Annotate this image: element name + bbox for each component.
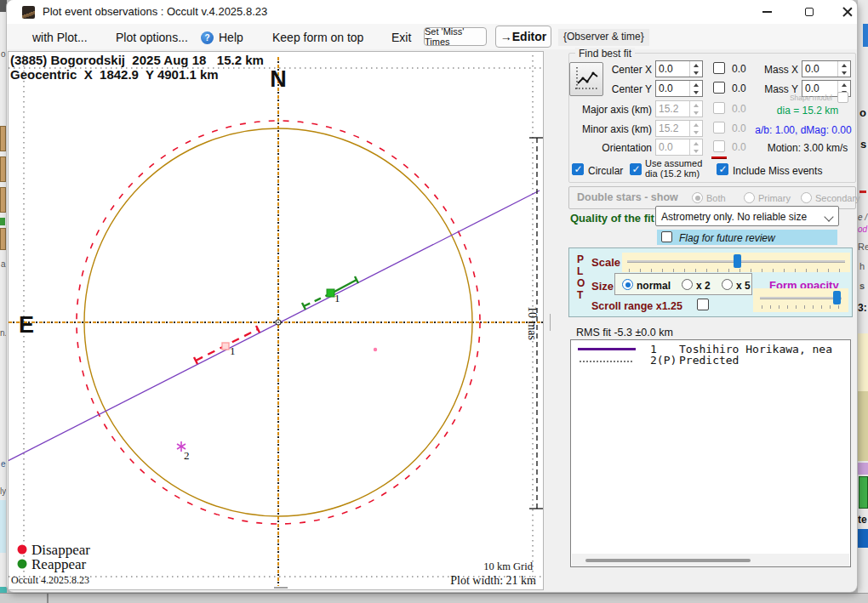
close-button[interactable] xyxy=(828,0,867,24)
predicted-line-swatch xyxy=(580,360,632,362)
occultation-plot-area[interactable]: (3885) Bogorodskij 2025 Aug 18 15.2 km G… xyxy=(8,51,544,590)
right-fragment-o: o xyxy=(859,106,866,119)
major-axis-aux: 0.0 xyxy=(732,103,746,115)
minor-axis-value: 15.2 xyxy=(659,122,678,134)
left-blue-block xyxy=(0,500,7,553)
north-label: N xyxy=(270,66,287,92)
size-x5-radio[interactable] xyxy=(722,279,733,290)
spin-down-icon xyxy=(690,147,702,155)
size-x5-label: x 5 xyxy=(736,280,751,292)
right-fragment-od: od xyxy=(858,225,867,234)
mass-x-value: 0.0 xyxy=(805,63,819,75)
center-y-value: 0.0 xyxy=(659,82,673,94)
main-window: Plot event observations : Occult v.4.202… xyxy=(7,0,857,592)
double-stars-both-radio[interactable] xyxy=(692,192,703,203)
double-stars-secondary-radio[interactable] xyxy=(801,192,812,203)
orientation-spinner: 0.0 xyxy=(655,139,703,156)
menu-plot-options[interactable]: Plot options... xyxy=(116,31,188,44)
menu-help[interactable]: Help xyxy=(219,31,243,44)
center-x-lock-checkbox[interactable] xyxy=(713,62,725,74)
plot-control-panel: P L O T Scale Size normal x 2 x 5 Form o… xyxy=(568,247,853,317)
spin-down-icon[interactable] xyxy=(690,88,702,96)
observation-row-num[interactable]: 2(P) xyxy=(650,354,677,367)
include-miss-label: Include Miss events xyxy=(733,165,822,177)
set-miss-times-button[interactable]: Set 'Miss' Times xyxy=(424,27,487,46)
maximize-button[interactable] xyxy=(790,0,829,24)
close-icon xyxy=(842,7,853,17)
left-tan-box xyxy=(0,126,6,151)
background-bottom-strip xyxy=(0,593,868,603)
center-y-spinner[interactable]: 0.0 xyxy=(655,80,703,97)
minimize-button[interactable] xyxy=(747,0,786,24)
right-fragment-e-slash: e / xyxy=(858,213,867,222)
right-blue-scroll xyxy=(863,24,868,47)
scale-slider-thumb[interactable] xyxy=(734,254,741,268)
bottom-divider-line xyxy=(47,594,49,603)
scroll-range-checkbox[interactable] xyxy=(697,299,709,310)
form-opacity-slider[interactable] xyxy=(753,288,848,312)
predicted-marker-label: 2 xyxy=(184,449,190,462)
observer-time-chip[interactable]: {Observer & time} xyxy=(558,29,649,46)
right-blue-block xyxy=(858,529,868,548)
center-x-spinner[interactable]: 0.0 xyxy=(655,60,703,77)
legend-reappear-dot xyxy=(18,560,27,569)
spin-up-icon xyxy=(690,101,702,109)
right-yellow-block xyxy=(858,333,868,391)
orientation-label: Orientation xyxy=(570,142,652,154)
right-fragment-re: Re xyxy=(858,242,868,252)
size-normal-radio[interactable] xyxy=(622,279,633,290)
include-miss-checkbox[interactable] xyxy=(717,163,728,175)
form-opacity-thumb[interactable] xyxy=(833,291,841,304)
double-stars-primary-radio[interactable] xyxy=(744,192,755,203)
rms-fit-label: RMS fit -5.3 ±0.0 km xyxy=(576,327,673,338)
spin-down-icon[interactable] xyxy=(838,69,850,77)
occultation-plot-svg: (3885) Bogorodskij 2025 Aug 18 15.2 km G… xyxy=(9,52,543,589)
center-y-lock-checkbox[interactable] xyxy=(713,82,725,94)
scrollbar-thumb[interactable] xyxy=(585,559,751,562)
observer-line-swatch xyxy=(578,348,636,350)
bottom-resize-grip[interactable] xyxy=(274,587,288,589)
spin-down-icon[interactable] xyxy=(690,69,702,77)
spin-down-icon xyxy=(690,109,702,117)
right-fragment-h: h xyxy=(859,261,865,271)
help-icon[interactable] xyxy=(201,31,214,44)
editor-button[interactable]: →Editor xyxy=(495,26,551,48)
center-x-aux: 0.0 xyxy=(732,63,746,75)
plot-letter-t: T xyxy=(577,289,583,301)
mass-x-spinner[interactable]: 0.0 xyxy=(802,60,851,77)
observation-row-name[interactable]: Predicted xyxy=(679,354,739,367)
menu-keep-on-top[interactable]: Keep form on top xyxy=(272,31,363,44)
quality-label: Quality of the fit xyxy=(570,212,654,225)
spin-up-icon[interactable] xyxy=(690,61,702,69)
circular-checkbox[interactable] xyxy=(572,163,584,175)
horizontal-scrollbar[interactable] xyxy=(572,554,849,566)
spin-up-icon[interactable] xyxy=(838,61,850,69)
quality-select[interactable]: Astrometry only. No reliable size xyxy=(655,206,839,226)
plot-width-label: Plot width: 21 km xyxy=(450,574,536,587)
plot-title-line1: (3885) Bogorodskij 2025 Aug 18 15.2 km xyxy=(10,53,264,67)
minor-axis-aux: 0.0 xyxy=(732,122,746,134)
disappear-uncertain-marker xyxy=(222,343,229,350)
size-normal-label: normal xyxy=(637,280,671,292)
size-radio-group: normal x 2 x 5 xyxy=(614,273,752,295)
background-right-strip: o s e / od Re h s 3: te xyxy=(858,0,868,603)
spin-up-icon[interactable] xyxy=(690,81,702,88)
legend-disappear-dot xyxy=(18,545,27,555)
panel-splitter-grip[interactable] xyxy=(550,314,551,331)
menu-with-plot[interactable]: with Plot... xyxy=(32,31,88,44)
use-assumed-checkbox[interactable] xyxy=(630,163,642,175)
right-fragment-te: te xyxy=(858,514,867,526)
size-x2-radio[interactable] xyxy=(682,279,693,290)
orientation-aux: 0.0 xyxy=(732,141,746,153)
plot-letter-p: P xyxy=(577,253,584,265)
flag-review-checkbox[interactable] xyxy=(661,231,672,242)
menu-exit[interactable]: Exit xyxy=(391,31,411,44)
right-fragment-3: 3: xyxy=(858,302,867,314)
shape-model-label: Shape model xyxy=(779,94,832,102)
right-fragment-s: s xyxy=(860,138,866,151)
shape-model-checkbox[interactable] xyxy=(837,92,848,103)
plot-title-line2: Geocentric X 1842.9 Y 4901.1 km xyxy=(10,67,219,82)
observations-listbox[interactable]: 1 Toshihiro Horikawa, nea 2(P) Predicted xyxy=(570,339,851,567)
scale-slider[interactable] xyxy=(622,253,850,272)
spin-up-icon[interactable] xyxy=(838,81,850,88)
